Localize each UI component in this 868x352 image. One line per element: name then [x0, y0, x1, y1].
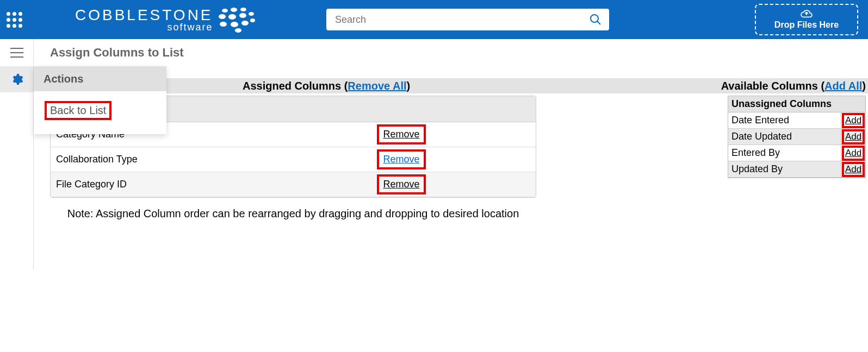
available-column-name: Entered By	[728, 145, 841, 161]
remove-column-link[interactable]: Remove	[383, 179, 419, 190]
search-container	[326, 9, 609, 30]
drop-files-zone[interactable]: Drop Files Here	[755, 4, 858, 35]
content-row: Assign Columns to List Actions Back to L…	[0, 39, 868, 269]
assigned-row[interactable]: Collaboration TypeRemove	[51, 147, 536, 172]
add-column-link[interactable]: Add	[845, 164, 861, 174]
page-title: Assign Columns to List	[34, 39, 868, 66]
available-header-post: )	[862, 80, 866, 92]
drop-files-label: Drop Files Here	[774, 20, 839, 30]
actions-header: Actions	[34, 66, 166, 91]
assigned-row[interactable]: File Category IDRemove	[51, 172, 536, 197]
back-to-list-link[interactable]: Back to List	[45, 101, 111, 120]
cloud-upload-icon	[801, 9, 813, 19]
available-row: Updated ByAdd	[728, 161, 865, 178]
available-column-name: Updated By	[728, 161, 841, 177]
available-row: Date EnteredAdd	[728, 112, 865, 129]
available-header-pre: Available Columns (	[721, 80, 824, 92]
assigned-header-pre: Assigned Columns (	[243, 80, 348, 92]
search-input[interactable]	[326, 14, 582, 26]
available-row: Entered ByAdd	[728, 145, 865, 161]
hamburger-icon	[10, 48, 23, 58]
available-column-name: Date Updated	[728, 129, 841, 144]
brand-logo[interactable]: COBBLESTONE software	[75, 7, 257, 33]
unassigned-columns-header: Unassigned Columns	[728, 96, 865, 112]
assigned-columns-header: Assigned Columns (Remove All)	[243, 80, 410, 92]
remove-column-link[interactable]: Remove	[383, 154, 419, 165]
assigned-column-name: Collaboration Type	[56, 154, 377, 165]
add-column-link[interactable]: Add	[845, 148, 861, 158]
hamburger-menu-button[interactable]	[0, 39, 33, 66]
assigned-header-post: )	[407, 80, 411, 92]
settings-button[interactable]	[0, 66, 33, 92]
apps-grid-icon[interactable]	[7, 12, 26, 28]
add-column-link[interactable]: Add	[845, 131, 861, 142]
top-bar: COBBLESTONE software Drop Files Here	[0, 0, 868, 39]
assigned-column-name: File Category ID	[56, 179, 377, 190]
available-column-name: Date Entered	[728, 112, 841, 128]
search-icon[interactable]	[582, 13, 609, 26]
reorder-note: Note: Assigned Column order can be rearr…	[50, 208, 536, 220]
svg-point-0	[591, 15, 598, 22]
available-columns-header: Available Columns (Add All)	[721, 80, 866, 92]
actions-panel: Actions Back to List	[34, 66, 166, 134]
remove-all-link[interactable]: Remove All	[348, 80, 406, 92]
available-columns-table: Unassigned Columns Date EnteredAddDate U…	[728, 96, 866, 178]
add-column-link[interactable]: Add	[845, 115, 861, 125]
main-area: Assign Columns to List Actions Back to L…	[34, 39, 868, 269]
left-rail	[0, 39, 34, 269]
gear-icon	[10, 73, 23, 86]
brand-main-text: COBBLESTONE	[75, 7, 213, 24]
available-row: Date UpdatedAdd	[728, 129, 865, 145]
remove-column-link[interactable]: Remove	[383, 129, 419, 140]
brand-dots-icon	[219, 8, 257, 32]
columns-headers-band: Assigned Columns (Remove All) Available …	[166, 78, 868, 93]
add-all-link[interactable]: Add All	[824, 80, 862, 92]
svg-line-1	[597, 21, 600, 24]
